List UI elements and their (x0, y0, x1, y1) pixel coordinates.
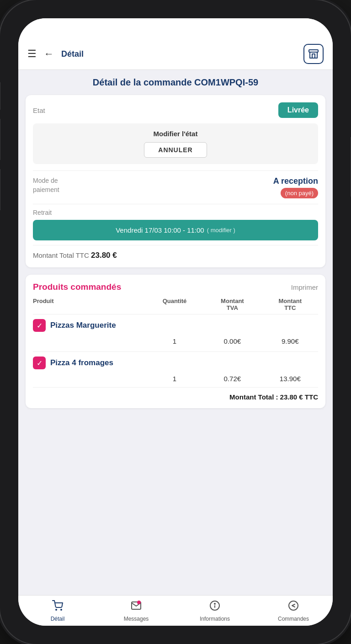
product-tva: 0.00€ (204, 337, 260, 345)
order-info-card: Etat Livrée Modifier l'état ANNULER Mode… (26, 95, 325, 267)
product-detail-row: 1 0.72€ 13.90€ (33, 373, 318, 387)
product-name: Pizza 4 fromages (50, 358, 113, 367)
nav-label-messages: Messages (124, 616, 149, 622)
side-button (0, 119, 0, 160)
page-content: Détail de la commande COM1WPQI-59 Etat L… (18, 70, 333, 595)
products-title: Produits commandés (33, 282, 121, 292)
hamburger-icon[interactable]: ☰ (27, 48, 37, 60)
product-checkbox[interactable]: ✓ (33, 319, 46, 332)
retrait-row: Retrait Vendredi 17/03 10:00 - 11:00 ( m… (33, 204, 318, 245)
product-tva: 0.72€ (204, 375, 260, 383)
header-title: Détail (61, 49, 84, 59)
messages-icon (131, 600, 142, 614)
svg-rect-0 (309, 50, 318, 52)
imprimer-link[interactable]: Imprimer (291, 283, 318, 291)
etat-row: Etat Livrée (33, 102, 318, 118)
product-empty (33, 375, 145, 383)
total-row: Montant Total TTC 23.80 € (33, 245, 318, 260)
product-name-row: ✓ Pizzas Marguerite (33, 319, 318, 332)
bottom-nav: Détail Messages (18, 595, 333, 626)
cancel-button[interactable]: ANNULER (144, 142, 207, 158)
header-left: ☰ ← Détail (27, 48, 84, 60)
page-title: Détail de la commande COM1WPQI-59 (26, 77, 325, 88)
total-summary-text: Montant Total : 23.80 € TTC (229, 393, 318, 401)
nav-label-commandes: Commandes (278, 616, 309, 622)
nav-item-commandes[interactable]: Commandes (254, 596, 333, 626)
product-item: ✓ Pizzas Marguerite 1 0.00€ 9.90€ (33, 314, 318, 350)
status-badge: Livrée (278, 102, 318, 118)
commandes-icon (288, 600, 299, 614)
nav-label-detail: Détail (51, 616, 65, 622)
payment-mode: A reception (273, 176, 318, 186)
product-quantity: 1 (147, 375, 202, 383)
screen: ☰ ← Détail Détail de la commande COM1WPQ… (18, 18, 333, 626)
products-header: Produits commandés Imprimer (33, 282, 318, 292)
informations-icon (209, 600, 220, 614)
product-ttc: 9.90€ (262, 337, 318, 345)
back-icon[interactable]: ← (44, 48, 54, 60)
non-paye-badge: (non payé) (281, 188, 318, 198)
svg-point-5 (214, 603, 216, 605)
col-quantite: Quantité (147, 298, 202, 311)
product-name-row: ✓ Pizza 4 fromages (33, 357, 318, 369)
payment-label: Mode depaiement (33, 176, 59, 194)
col-produit: Produit (33, 298, 145, 311)
etat-label: Etat (33, 106, 45, 114)
product-checkbox[interactable]: ✓ (33, 357, 46, 369)
svg-point-1 (56, 609, 57, 610)
total-summary-row: Montant Total : 23.80 € TTC (33, 387, 318, 401)
retrait-schedule-bar[interactable]: Vendredi 17/03 10:00 - 11:00 ( modifier … (33, 220, 318, 240)
payment-value-group: A reception (non payé) (273, 176, 318, 198)
total-value: 23.80 € (91, 251, 117, 260)
products-card: Produits commandés Imprimer Produit Quan… (26, 275, 325, 408)
retrait-schedule-text: Vendredi 17/03 10:00 - 11:00 (116, 226, 204, 234)
modify-state-box: Modifier l'état ANNULER (33, 123, 318, 164)
product-item: ✓ Pizza 4 fromages 1 0.72€ 13.90€ (33, 351, 318, 387)
header: ☰ ← Détail (18, 38, 333, 70)
detail-icon (52, 600, 63, 614)
retrait-modifier: ( modifier ) (207, 227, 235, 234)
total-label: Montant Total TTC (33, 251, 89, 259)
column-headers: Produit Quantité MontantTVA MontantTTC (33, 298, 318, 311)
payment-row: Mode depaiement A reception (non payé) (33, 170, 318, 204)
retrait-label: Retrait (33, 209, 318, 216)
svg-point-2 (61, 609, 62, 610)
product-ttc: 13.90€ (262, 375, 318, 383)
modify-state-title: Modifier l'état (39, 130, 312, 138)
product-detail-row: 1 0.00€ 9.90€ (33, 335, 318, 350)
phone-frame: ☰ ← Détail Détail de la commande COM1WPQ… (0, 0, 351, 644)
product-name: Pizzas Marguerite (50, 321, 116, 330)
side-button (0, 82, 0, 110)
col-montant-ttc: MontantTTC (262, 298, 318, 311)
col-montant-tva: MontantTVA (204, 298, 260, 311)
nav-label-informations: Informations (200, 616, 230, 622)
svg-point-3 (137, 601, 141, 604)
nav-item-messages[interactable]: Messages (97, 596, 176, 626)
nav-item-informations[interactable]: Informations (176, 596, 254, 626)
shop-icon-button[interactable] (303, 44, 324, 64)
product-empty (33, 337, 145, 345)
side-button (0, 169, 0, 210)
svg-point-7 (289, 601, 298, 610)
nav-item-detail[interactable]: Détail (18, 596, 97, 626)
product-quantity: 1 (147, 337, 202, 345)
status-bar (18, 18, 333, 38)
